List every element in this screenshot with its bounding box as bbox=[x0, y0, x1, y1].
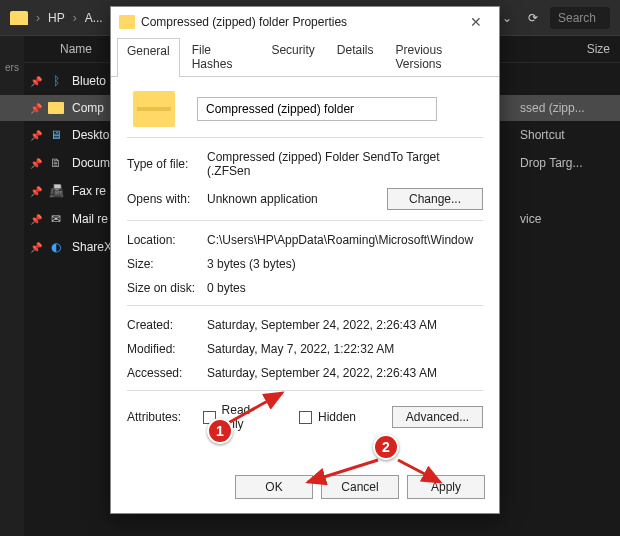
tab-general[interactable]: General bbox=[117, 38, 180, 77]
pin-icon: 📌 bbox=[30, 158, 40, 169]
chevron-icon: › bbox=[73, 11, 77, 25]
column-size[interactable]: Size bbox=[587, 42, 610, 56]
tab-file-hashes[interactable]: File Hashes bbox=[182, 37, 260, 76]
ok-button[interactable]: OK bbox=[235, 475, 313, 499]
value-created: Saturday, September 24, 2022, 2:26:43 AM bbox=[207, 318, 483, 332]
value-size-on-disk: 0 bytes bbox=[207, 281, 483, 295]
pin-icon: 📌 bbox=[30, 130, 40, 141]
dialog-body: Type of file:Compressed (zipped) Folder … bbox=[111, 77, 499, 465]
advanced-button[interactable]: Advanced... bbox=[392, 406, 483, 428]
pin-icon: 📌 bbox=[30, 103, 40, 114]
value-type: Compressed (zipped) Folder SendTo Target… bbox=[207, 150, 483, 178]
value-location: C:\Users\HP\AppData\Roaming\Microsoft\Wi… bbox=[207, 233, 483, 247]
documents-icon: 🗎 bbox=[48, 155, 64, 171]
zip-folder-icon bbox=[133, 91, 175, 127]
pin-icon: 📌 bbox=[30, 214, 40, 225]
value-opens-with: Unknown application bbox=[207, 192, 377, 206]
tab-details[interactable]: Details bbox=[327, 37, 384, 76]
apply-button[interactable]: Apply bbox=[407, 475, 485, 499]
tab-security[interactable]: Security bbox=[261, 37, 324, 76]
column-name[interactable]: Name bbox=[60, 42, 92, 56]
dialog-buttons: OK Cancel Apply bbox=[111, 465, 499, 513]
sharex-icon: ◐ bbox=[48, 239, 64, 255]
zip-folder-icon bbox=[119, 15, 135, 29]
breadcrumb-appdata[interactable]: A... bbox=[85, 11, 103, 25]
label-modified: Modified: bbox=[127, 342, 197, 356]
dialog-title: Compressed (zipped) folder Properties bbox=[141, 15, 455, 29]
tab-previous-versions[interactable]: Previous Versions bbox=[385, 37, 493, 76]
search-input[interactable]: Search bbox=[550, 7, 610, 29]
label-created: Created: bbox=[127, 318, 197, 332]
callout-2: 2 bbox=[373, 434, 399, 460]
zip-folder-icon bbox=[48, 102, 64, 114]
breadcrumb-hp[interactable]: HP bbox=[48, 11, 65, 25]
filename-input[interactable] bbox=[197, 97, 437, 121]
chevron-icon: › bbox=[36, 11, 40, 25]
bluetooth-icon: ᛒ bbox=[48, 73, 64, 89]
value-modified: Saturday, May 7, 2022, 1:22:32 AM bbox=[207, 342, 483, 356]
label-size-on-disk: Size on disk: bbox=[127, 281, 197, 295]
pin-icon: 📌 bbox=[30, 76, 40, 87]
fax-icon: 📠 bbox=[48, 183, 64, 199]
titlebar: Compressed (zipped) folder Properties ✕ bbox=[111, 7, 499, 37]
label-type: Type of file: bbox=[127, 157, 197, 171]
label-location: Location: bbox=[127, 233, 197, 247]
hidden-checkbox[interactable]: Hidden bbox=[299, 410, 356, 424]
pin-icon: 📌 bbox=[30, 186, 40, 197]
change-button[interactable]: Change... bbox=[387, 188, 483, 210]
tab-strip: General File Hashes Security Details Pre… bbox=[111, 37, 499, 77]
properties-dialog: Compressed (zipped) folder Properties ✕ … bbox=[110, 6, 500, 514]
pin-icon: 📌 bbox=[30, 242, 40, 253]
close-icon[interactable]: ✕ bbox=[461, 14, 491, 30]
folder-icon bbox=[10, 11, 28, 25]
callout-1: 1 bbox=[207, 418, 233, 444]
cancel-button[interactable]: Cancel bbox=[321, 475, 399, 499]
value-accessed: Saturday, September 24, 2022, 2:26:43 AM bbox=[207, 366, 483, 380]
desktop-icon: 🖥 bbox=[48, 127, 64, 143]
dropdown-icon[interactable]: ⌄ bbox=[498, 11, 516, 25]
label-accessed: Accessed: bbox=[127, 366, 197, 380]
label-attributes: Attributes: bbox=[127, 410, 193, 424]
label-size: Size: bbox=[127, 257, 197, 271]
refresh-icon[interactable]: ⟳ bbox=[524, 11, 542, 25]
label-opens-with: Opens with: bbox=[127, 192, 197, 206]
mail-icon: ✉ bbox=[48, 211, 64, 227]
value-size: 3 bytes (3 bytes) bbox=[207, 257, 483, 271]
checkbox-icon bbox=[299, 411, 312, 424]
